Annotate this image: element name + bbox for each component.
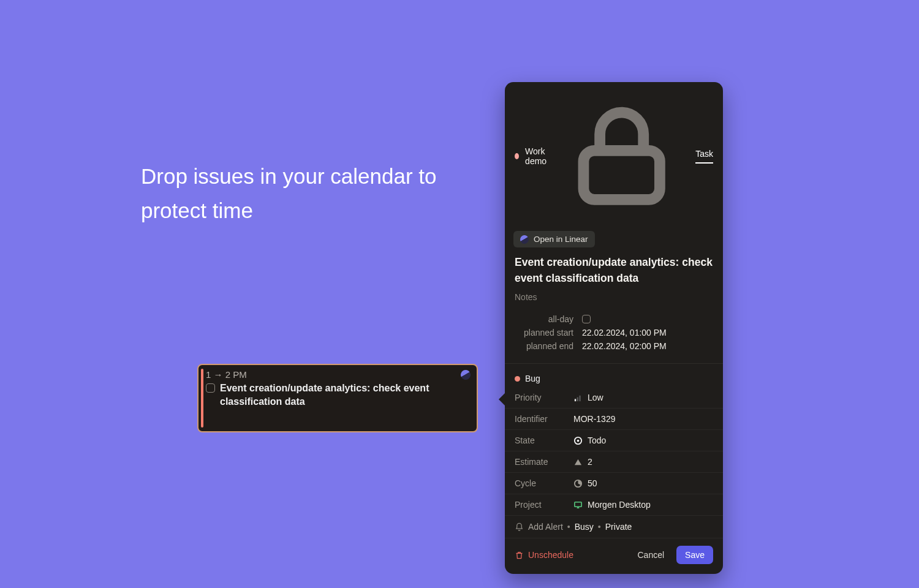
- estimate-triangle-icon: [573, 458, 583, 467]
- bell-icon: [515, 522, 524, 532]
- cycle-progress-icon: [573, 479, 583, 488]
- privacy-label: Private: [605, 522, 632, 532]
- unschedule-label: Unschedule: [528, 550, 573, 560]
- project-monitor-icon: [573, 500, 583, 510]
- identifier-label: Identifier: [515, 414, 573, 424]
- priority-value: Low: [588, 393, 603, 402]
- all-day-checkbox[interactable]: [582, 315, 591, 323]
- cycle-row[interactable]: Cycle 50: [505, 472, 723, 494]
- tab-task[interactable]: Task: [695, 149, 713, 164]
- unschedule-button[interactable]: Unschedule: [515, 550, 573, 560]
- linear-icon: [460, 369, 472, 381]
- panel-pointer: [499, 393, 505, 405]
- save-button[interactable]: Save: [676, 546, 713, 564]
- lock-icon: [556, 91, 687, 221]
- state-value: Todo: [588, 435, 606, 445]
- all-day-label: all-day: [515, 314, 573, 324]
- priority-label: Priority: [515, 393, 573, 402]
- identifier-value: MOR-1329: [573, 414, 615, 424]
- cycle-label: Cycle: [515, 478, 573, 488]
- notes-field[interactable]: Notes: [505, 286, 723, 307]
- priority-row[interactable]: Priority Low: [505, 387, 723, 408]
- svg-rect-3: [579, 395, 580, 401]
- cancel-button[interactable]: Cancel: [631, 546, 670, 564]
- task-title[interactable]: Event creation/update analytics: check e…: [505, 255, 723, 286]
- planned-start-value[interactable]: 22.02.2024, 01:00 PM: [582, 328, 667, 337]
- label-name: Bug: [525, 374, 540, 383]
- marketing-headline: Drop issues in your calendar to protect …: [141, 159, 447, 228]
- state-todo-icon: [573, 436, 583, 445]
- state-row[interactable]: State Todo: [505, 429, 723, 451]
- trash-icon: [515, 551, 524, 560]
- alert-settings-row[interactable]: Add Alert • Busy • Private: [505, 515, 723, 538]
- estimate-label: Estimate: [515, 457, 573, 467]
- account-color-dot: [515, 153, 519, 159]
- project-row[interactable]: Project Morgen Desktop: [505, 494, 723, 515]
- event-title: Event creation/update analytics: check e…: [220, 382, 458, 408]
- planned-start-label: planned start: [515, 328, 573, 337]
- estimate-value: 2: [588, 457, 592, 467]
- open-in-linear-button[interactable]: Open in Linear: [513, 231, 595, 247]
- open-in-linear-label: Open in Linear: [534, 235, 588, 244]
- label-tag[interactable]: Bug: [505, 366, 723, 387]
- account-name: Work demo: [525, 146, 556, 166]
- add-alert-label: Add Alert: [528, 522, 563, 532]
- calendar-event-card[interactable]: 1 → 2 PM Event creation/update analytics…: [197, 364, 478, 432]
- estimate-row[interactable]: Estimate 2: [505, 451, 723, 472]
- planned-end-label: planned end: [515, 341, 573, 351]
- svg-point-5: [577, 439, 580, 442]
- svg-rect-2: [577, 397, 578, 401]
- task-detail-panel: Work demo Task Open in Linear Event crea…: [505, 82, 723, 574]
- cycle-value: 50: [588, 478, 597, 488]
- bug-color-dot: [515, 376, 520, 382]
- svg-rect-7: [575, 502, 581, 507]
- identifier-row[interactable]: Identifier MOR-1329: [505, 408, 723, 429]
- priority-bars-icon: [573, 393, 583, 402]
- project-value: Morgen Desktop: [588, 500, 651, 510]
- svg-rect-1: [575, 399, 576, 401]
- project-label: Project: [515, 500, 573, 510]
- event-complete-checkbox[interactable]: [206, 383, 215, 393]
- busy-label: Busy: [575, 522, 594, 532]
- svg-rect-0: [583, 151, 659, 200]
- event-time-range: 1 → 2 PM: [206, 369, 247, 380]
- state-label: State: [515, 435, 573, 445]
- event-color-stripe: [201, 369, 203, 428]
- planned-end-value[interactable]: 22.02.2024, 02:00 PM: [582, 341, 667, 351]
- linear-icon: [519, 234, 529, 244]
